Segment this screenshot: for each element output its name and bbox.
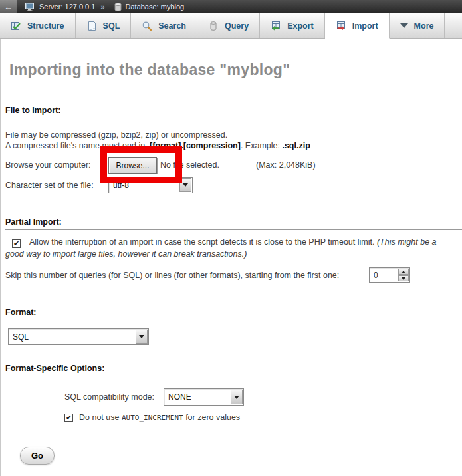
auto-increment-label: Do not use AUTO_INCREMENT for zero value…	[79, 413, 240, 422]
compression-note: File may be compressed (gzip, bzip2, zip…	[5, 130, 310, 151]
max-size-text: (Max: 2,048KiB)	[256, 160, 316, 170]
tab-import[interactable]: Import	[325, 13, 390, 39]
format-select[interactable]: SQL	[8, 328, 149, 345]
dropdown-arrow-button[interactable]	[231, 390, 243, 404]
go-button[interactable]: Go	[20, 447, 55, 465]
note-line1: File may be compressed (gzip, bzip2, zip…	[5, 130, 227, 140]
auto-increment-code: AUTO_INCREMENT	[122, 414, 183, 422]
back-button[interactable]: ←	[0, 0, 17, 13]
allow-interruption-checkbox[interactable]: ✔	[12, 239, 21, 248]
tab-sql[interactable]: SQL	[76, 13, 132, 38]
tab-bar: Structure SQL Search Query	[0, 13, 462, 39]
chevron-down-icon	[402, 277, 405, 280]
import-table-icon	[336, 21, 346, 31]
tab-structure[interactable]: Structure	[0, 13, 76, 38]
charset-selected-value: utf-8	[109, 178, 179, 193]
breadcrumb-server-link[interactable]: Server: 127.0.0.1	[39, 3, 95, 11]
structure-table-icon	[11, 21, 21, 31]
tab-label: Structure	[27, 21, 64, 31]
charset-select[interactable]: utf-8	[108, 177, 193, 193]
tab-query[interactable]: Query	[197, 13, 260, 38]
note-format-pattern: .[format].[compression]	[148, 141, 241, 150]
tab-label: Search	[158, 21, 186, 31]
sql-compatibility-selected-value: NONE	[164, 389, 230, 405]
section-heading-file-to-import: File to Import:	[5, 106, 462, 118]
sql-page-icon	[86, 21, 97, 31]
export-table-icon	[271, 21, 281, 31]
tab-more[interactable]: More	[390, 13, 445, 38]
tab-label: Export	[287, 21, 314, 31]
section-heading-format-specific: Format-Specific Options:	[5, 364, 462, 376]
checkmark-icon: ✔	[13, 240, 19, 247]
section-heading-format: Format:	[5, 308, 462, 320]
note-line2-mid: . Example:	[241, 141, 283, 150]
browse-button[interactable]: Browse...	[108, 157, 157, 174]
tab-search[interactable]: Search	[131, 13, 197, 38]
query-database-icon	[208, 21, 219, 31]
page-title: Importing into the database "myblog"	[9, 61, 290, 79]
breadcrumb-separator: »	[100, 3, 104, 11]
skip-queries-input[interactable]	[370, 268, 398, 282]
search-magnifier-icon	[142, 21, 152, 31]
chevron-up-icon	[402, 271, 405, 273]
tab-label: More	[414, 21, 434, 31]
auto-increment-row: ✔ Do not use AUTO_INCREMENT for zero val…	[64, 413, 240, 422]
checkmark-icon: ✔	[66, 414, 72, 421]
browse-computer-label: Browse your computer:	[5, 160, 91, 170]
allow-interruption-row: ✔ Allow the interruption of an import in…	[5, 236, 457, 260]
skip-queries-spinner	[369, 267, 410, 283]
breadcrumb-database-link[interactable]: Database: myblog	[126, 3, 185, 11]
no-file-selected-text: No file selected.	[160, 160, 219, 170]
spinner-up-button[interactable]	[398, 269, 409, 275]
chevron-down-icon	[400, 23, 408, 28]
server-icon	[25, 3, 35, 11]
chevron-down-icon	[139, 335, 144, 338]
spinner-down-button[interactable]	[398, 275, 409, 281]
spinner-buttons	[398, 269, 409, 281]
database-icon	[114, 3, 122, 11]
tab-label: Import	[352, 21, 378, 31]
dropdown-arrow-button[interactable]	[179, 178, 191, 192]
tab-label: SQL	[103, 21, 120, 31]
sql-compatibility-select[interactable]: NONE	[164, 388, 244, 406]
charset-label: Character set of the file:	[5, 181, 94, 190]
chevron-down-icon	[234, 396, 239, 399]
dropdown-arrow-button[interactable]	[136, 330, 148, 344]
chevron-down-icon	[183, 183, 188, 187]
note-example: .sql.zip	[282, 141, 310, 150]
auto-increment-checkbox[interactable]: ✔	[64, 414, 73, 422]
skip-queries-label: Skip this number of queries (for SQL) or…	[5, 271, 339, 280]
tab-export[interactable]: Export	[260, 13, 325, 38]
tab-label: Query	[225, 21, 249, 31]
allow-interruption-label: Allow the interruption of an import in c…	[29, 237, 377, 247]
format-selected-value: SQL	[9, 329, 135, 344]
section-heading-partial-import: Partial Import:	[5, 217, 462, 230]
note-line2-prefix: A compressed file's name must end in	[5, 141, 148, 150]
sql-compatibility-label: SQL compatibility mode:	[64, 392, 154, 402]
breadcrumb-bar: ← Server: 127.0.0.1 » Database: myblog	[0, 0, 462, 13]
